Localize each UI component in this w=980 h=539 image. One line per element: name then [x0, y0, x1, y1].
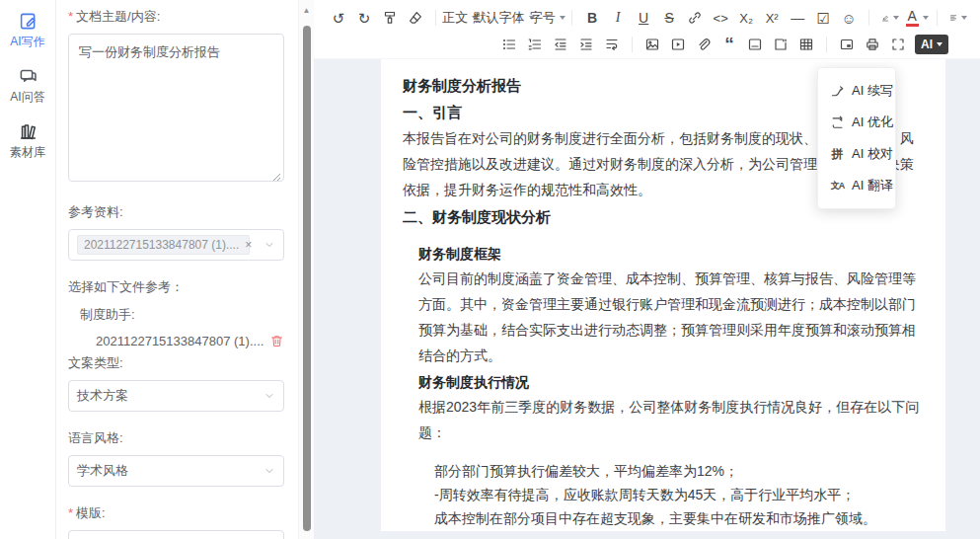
code-block-icon[interactable] — [770, 34, 792, 55]
template-label: *模版: — [68, 504, 284, 522]
underline-icon[interactable]: U — [633, 7, 654, 29]
template-select[interactable]: 通用模板 — [68, 530, 284, 539]
ai-translate-icon: 文A — [830, 179, 845, 193]
font-color-dropdown[interactable]: A — [906, 7, 928, 29]
ordered-list-icon[interactable] — [524, 34, 546, 55]
insert-table-icon[interactable] — [795, 34, 817, 55]
insert-image-icon[interactable] — [641, 34, 663, 55]
paragraph-style-dropdown[interactable]: 正文 — [445, 7, 476, 29]
doc-subheading: 财务制度执行情况 — [403, 370, 924, 394]
doc-list-item: 部分部门预算执行偏差较大，平均偏差率为12%； — [403, 459, 924, 483]
toolbar-row-1: ↺ ↻ 正文 默认字体 字号 B I U S — [326, 5, 972, 31]
ai-dropdown-button[interactable]: AI — [915, 35, 948, 54]
rail-item-label: AI写作 — [10, 34, 44, 50]
divider-block-icon[interactable] — [744, 34, 766, 55]
ai-proofread-icon: 拼 — [830, 147, 845, 162]
align-dropdown[interactable] — [946, 7, 970, 29]
attachment-icon[interactable] — [693, 34, 715, 55]
strikethrough-icon[interactable]: S — [658, 7, 680, 29]
chevron-down-icon — [264, 390, 275, 402]
file-name: 2021122715133847807 (1).... — [96, 334, 269, 348]
task-checkbox-icon[interactable]: ☑ — [812, 7, 834, 29]
fullscreen-icon[interactable] — [887, 34, 909, 55]
ai-menu-item-proofread[interactable]: 拼 AI 校对 — [818, 138, 895, 170]
font-family-dropdown[interactable]: 默认字体 — [480, 7, 528, 29]
ai-menu-item-optimize[interactable]: AI 优化 — [818, 107, 895, 138]
reference-label: 参考资料: — [68, 203, 284, 221]
chevron-down-icon — [264, 465, 275, 477]
reference-tag: 2021122715133847807 (1).... × — [77, 235, 250, 255]
blockquote-icon[interactable]: “ — [718, 34, 740, 55]
subscript-icon[interactable]: X₂ — [735, 7, 757, 29]
italic-icon[interactable]: I — [607, 7, 629, 29]
rail-item-label: 素材库 — [10, 144, 45, 161]
library-icon — [19, 122, 38, 141]
rail-item-ai-qa[interactable]: AI问答 — [10, 67, 44, 106]
redo-icon[interactable]: ↻ — [353, 7, 375, 29]
topic-label: *文档主题/内容: — [68, 8, 284, 26]
file-row: 2021122715133847807 (1).... — [96, 334, 284, 348]
doc-paragraph: 公司目前的制度涵盖了资金管理、成本控制、预算管理、核算与报告、风险管理等方面。其… — [403, 266, 924, 368]
tag-close-icon[interactable]: × — [245, 238, 252, 252]
topic-textarea[interactable]: 写一份财务制度分析报告 — [68, 34, 284, 182]
doc-list-item: 成本控制在部分项目中存在超支现象，主要集中在研发和市场推广领域。 — [403, 506, 924, 530]
link-icon[interactable] — [684, 7, 706, 29]
delete-file-icon[interactable] — [269, 334, 284, 348]
clear-format-icon[interactable] — [405, 7, 426, 29]
text-wrap-icon[interactable] — [601, 34, 623, 55]
ai-writing-form: *文档主题/内容: 写一份财务制度分析报告 参考资料: 202112271513… — [56, 0, 298, 539]
highlight-color-dropdown[interactable] — [878, 7, 902, 29]
ai-qa-icon — [19, 67, 38, 86]
file-section-label: 选择如下文件参考： — [68, 278, 284, 296]
reference-select[interactable]: 2021122715133847807 (1).... × — [68, 229, 284, 261]
indent-icon[interactable] — [575, 34, 597, 55]
editor: ↺ ↻ 正文 默认字体 字号 B I U S — [314, 0, 980, 539]
ai-menu-item-translate[interactable]: 文A AI 翻译 — [818, 170, 895, 201]
toolbar-row-2: “ — [326, 31, 972, 58]
doc-list-item: -周转效率有待提高，应收账款周转天数为45天，高于行业平均水平； — [403, 483, 924, 506]
scrollbar-thumb[interactable] — [303, 26, 311, 531]
type-label: 文案类型: — [68, 354, 284, 372]
bold-icon[interactable]: B — [581, 7, 603, 29]
panel-scrollbar[interactable]: ▲ — [298, 0, 314, 539]
embed-card-icon[interactable] — [836, 34, 858, 55]
rail-item-library[interactable]: 素材库 — [10, 122, 45, 161]
scroll-up-icon[interactable]: ▲ — [299, 0, 314, 15]
inline-code-icon[interactable]: <> — [710, 7, 731, 29]
bullet-list-icon[interactable] — [498, 34, 520, 55]
chevron-down-icon — [264, 239, 275, 251]
ai-writing-icon — [19, 12, 38, 31]
insert-video-icon[interactable] — [667, 34, 689, 55]
ai-menu-item-continue[interactable]: AI 续写 — [818, 75, 895, 107]
editor-toolbar: ↺ ↻ 正文 默认字体 字号 B I U S — [314, 0, 980, 59]
format-painter-icon[interactable] — [379, 7, 401, 29]
ai-optimize-icon — [830, 116, 845, 130]
ai-dropdown-menu: AI 续写 AI 优化 拼 AI 校对 文A AI 翻译 — [817, 67, 896, 209]
emoji-icon[interactable]: ☺ — [838, 7, 860, 29]
type-select[interactable]: 技术方案 — [68, 380, 284, 412]
ai-continue-icon — [830, 84, 845, 99]
doc-subheading: 财务制度框架 — [403, 242, 924, 266]
left-rail: AI写作 AI问答 素材库 — [0, 0, 56, 539]
doc-paragraph: 根据2023年前三季度的财务数据，公司整体财务制度执行情况良好，但存在以下问题： — [403, 394, 924, 445]
file-group-label: 制度助手: — [80, 306, 284, 324]
app-window: AI写作 AI问答 素材库 *文档主题/内容: 写一份财务制度分析报告 — [0, 0, 980, 539]
superscript-icon[interactable]: X² — [761, 7, 783, 29]
font-size-dropdown[interactable]: 字号 — [532, 7, 563, 29]
horizontal-rule-icon[interactable]: — — [787, 7, 808, 29]
style-select[interactable]: 学术风格 — [68, 455, 284, 487]
undo-icon[interactable]: ↺ — [328, 7, 349, 29]
outdent-icon[interactable] — [550, 34, 571, 55]
style-label: 语言风格: — [68, 429, 284, 447]
print-icon[interactable] — [862, 34, 883, 55]
resize-grip-icon[interactable] — [272, 173, 281, 182]
rail-item-label: AI问答 — [10, 89, 44, 106]
rail-item-ai-writing[interactable]: AI写作 — [10, 12, 44, 50]
